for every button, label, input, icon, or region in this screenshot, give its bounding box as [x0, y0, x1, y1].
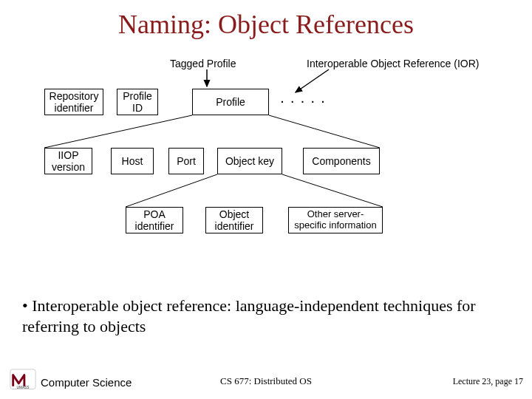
bullet-text: Interoperable object reference: language…: [22, 296, 476, 335]
ior-diagram: Tagged Profile Interoperable Object Refe…: [37, 52, 495, 273]
svg-line-3: [44, 115, 192, 148]
svg-line-1: [296, 69, 329, 92]
footer-course: CS 677: Distributed OS: [220, 375, 312, 387]
bullet-point: • Interoperable object reference: langua…: [22, 296, 510, 336]
svg-line-5: [126, 174, 217, 207]
footer-dept: Computer Science: [41, 376, 132, 389]
svg-line-6: [282, 174, 383, 207]
footer: UMASS Computer Science CS 677: Distribut…: [0, 369, 532, 392]
diagram-lines: [37, 52, 495, 273]
svg-line-4: [269, 115, 380, 148]
slide-title: Naming: Object References: [0, 0, 532, 40]
umass-logo: UMASS: [9, 368, 37, 390]
footer-lecture: Lecture 23, page 17: [453, 376, 523, 387]
svg-text:UMASS: UMASS: [17, 386, 30, 389]
